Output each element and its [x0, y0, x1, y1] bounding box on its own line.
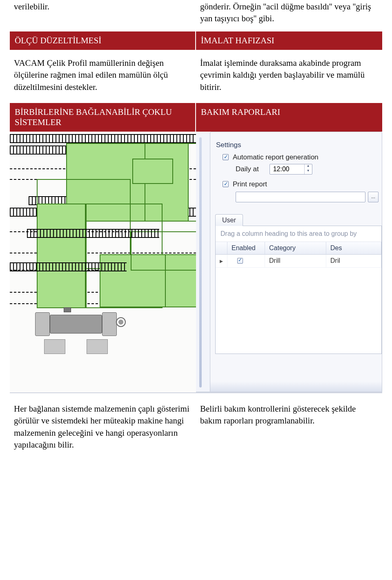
panel-left-divider [199, 137, 202, 387]
time-spin-down[interactable]: ▼ [305, 169, 312, 174]
intro-left: verilebilir. [10, 0, 196, 29]
browse-button[interactable]: ... [368, 192, 379, 202]
daily-at-input[interactable] [270, 165, 304, 174]
section2-left-title: BİRBİRLERİNE BAĞLANABİLİR ÇOKLU SİSTEMLE… [10, 103, 196, 132]
row-des: Dril [326, 255, 381, 268]
daily-at-label: Daily at [236, 165, 259, 173]
report-path-input[interactable] [236, 192, 365, 202]
grid-row[interactable]: ▸ ✓ Drill Dril [216, 255, 381, 268]
print-report-label: Print report [233, 180, 267, 188]
section2-right-title: BAKIM RAPORLARI [196, 103, 382, 132]
settings-panel: Settings ✓ Automatic report generation D… [210, 132, 382, 393]
row-enabled-checkbox[interactable]: ✓ [237, 258, 243, 264]
section1-right-title: İMALAT HAFIZASI [196, 31, 382, 50]
grid-row-indicator: ▸ [216, 255, 227, 268]
settings-group-label: Settings [216, 141, 378, 149]
section1-right-body: İmalat işleminde duraksama akabinde prog… [196, 57, 382, 99]
machine-icon [35, 310, 117, 338]
grid-header-category[interactable]: Category [265, 242, 326, 255]
auto-report-label: Automatic report generation [233, 153, 318, 161]
bottom-right-text: Belirli bakım kontrollerini gösterecek ş… [196, 403, 382, 451]
auto-report-checkbox[interactable]: ✓ [223, 154, 229, 160]
daily-at-input-wrap: ▲ ▼ [270, 164, 312, 175]
grid-header-des[interactable]: Des [326, 242, 381, 255]
intro-right: gönderir. Örneğin ''acil düğme basıldı''… [196, 0, 382, 29]
row-category: Drill [265, 255, 326, 268]
tab-user[interactable]: User [215, 214, 243, 226]
schematic-diagram [10, 132, 196, 393]
grid-rowselector-header [216, 242, 227, 255]
section1-left-body: VACAM Çelik Profil mamüllerinin değişen … [10, 57, 196, 99]
grid-header-enabled[interactable]: Enabled [227, 242, 265, 255]
grid-group-hint[interactable]: Drag a column heading to this area to gr… [216, 226, 381, 242]
print-report-checkbox[interactable]: ✓ [223, 181, 229, 187]
section1-left-title: ÖLÇÜ DÜZELTİLMESİ [10, 31, 196, 50]
bottom-left-text: Her bağlanan sistemde malzemenin çaplı g… [10, 403, 196, 451]
maintenance-grid: Drag a column heading to this area to gr… [215, 226, 382, 354]
